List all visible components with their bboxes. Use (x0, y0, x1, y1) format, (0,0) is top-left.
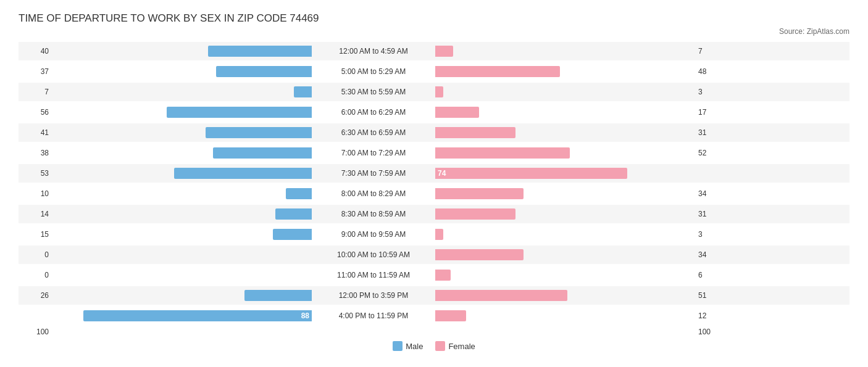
male-bar (206, 127, 312, 138)
male-bar-container (52, 46, 312, 57)
female-bar-wrap (435, 66, 695, 77)
male-bar-wrap (52, 46, 312, 57)
male-bar-wrap: 88 (52, 310, 312, 321)
male-bar (286, 188, 312, 199)
chart-title: TIME OF DEPARTURE TO WORK BY SEX IN ZIP … (19, 12, 849, 25)
male-bar-wrap (52, 188, 312, 199)
male-bar-container (52, 147, 312, 159)
male-value: 56 (19, 108, 52, 117)
male-bar-container (52, 86, 312, 97)
male-bar-wrap (52, 147, 312, 159)
chart-row: 148:30 AM to 8:59 AM31 (19, 205, 849, 223)
male-bar-container (52, 290, 312, 301)
male-bar (216, 66, 312, 77)
male-bar-container (52, 127, 312, 138)
time-label: 12:00 PM to 3:59 PM (312, 291, 435, 300)
male-value: 26 (19, 291, 52, 300)
male-bar-inside-label: 88 (301, 311, 309, 320)
female-bar-wrap (435, 229, 695, 240)
female-value: 12 (695, 311, 728, 320)
axis-left-label: 100 (19, 328, 52, 336)
time-label: 6:30 AM to 6:59 AM (312, 128, 435, 137)
time-label: 7:00 AM to 7:29 AM (312, 149, 435, 157)
time-label: 7:30 AM to 7:59 AM (312, 169, 435, 178)
female-bar (435, 208, 515, 220)
female-value: 52 (695, 149, 728, 157)
female-bar (435, 107, 479, 118)
female-bar (435, 188, 524, 199)
time-label: 5:00 AM to 5:29 AM (312, 67, 435, 76)
male-bar-wrap (52, 208, 312, 220)
legend-male-label: Male (406, 342, 423, 351)
male-value: 41 (19, 128, 52, 137)
legend: Male Female (19, 341, 849, 351)
legend-male-box (393, 341, 403, 351)
female-bar-wrap (435, 310, 695, 321)
female-bar (435, 290, 567, 301)
female-bar-wrap (435, 127, 695, 138)
male-bar-wrap (52, 270, 312, 281)
legend-female-label: Female (448, 342, 475, 351)
chart-row: 566:00 AM to 6:29 AM17 (19, 103, 849, 122)
male-value: 38 (19, 149, 52, 157)
time-label: 8:30 AM to 8:59 AM (312, 210, 435, 218)
female-bar (435, 270, 451, 281)
male-bar-wrap (52, 127, 312, 138)
time-label: 6:00 AM to 6:29 AM (312, 108, 435, 117)
chart-row: 2612:00 PM to 3:59 PM51 (19, 286, 849, 305)
axis-row: 100 100 (19, 328, 849, 336)
time-label: 12:00 AM to 4:59 AM (312, 47, 435, 56)
male-value: 7 (19, 88, 52, 96)
male-bar-container (52, 66, 312, 77)
male-value: 40 (19, 47, 52, 56)
female-value: 34 (695, 250, 728, 259)
female-bar (435, 147, 570, 159)
male-bar: 88 (83, 310, 312, 321)
male-bar-container (52, 107, 312, 118)
female-bar-wrap (435, 290, 695, 301)
male-bar-container (52, 229, 312, 240)
male-bar-container (52, 208, 312, 220)
male-bar-wrap (52, 66, 312, 77)
male-bar-wrap (52, 290, 312, 301)
male-bar-container: 88 (52, 310, 312, 321)
female-value: 17 (695, 108, 728, 117)
female-bar (435, 46, 453, 57)
male-bar (174, 168, 312, 179)
time-label: 5:30 AM to 5:59 AM (312, 88, 435, 96)
female-bar (435, 249, 524, 260)
male-bar (167, 107, 312, 118)
male-bar-wrap (52, 107, 312, 118)
male-bar-wrap (52, 168, 312, 179)
legend-female-box (435, 341, 445, 351)
chart-row: 4012:00 AM to 4:59 AM7 (19, 42, 849, 60)
female-bar-wrap (435, 86, 695, 97)
chart-row: 159:00 AM to 9:59 AM3 (19, 225, 849, 244)
chart-row: 75:30 AM to 5:59 AM3 (19, 83, 849, 101)
time-label: 8:00 AM to 8:29 AM (312, 189, 435, 198)
legend-male: Male (393, 341, 423, 351)
male-bar-container (52, 249, 312, 260)
axis-right-label: 100 (695, 328, 728, 336)
male-bar (294, 86, 312, 97)
female-bar-wrap (435, 249, 695, 260)
male-value: 10 (19, 189, 52, 198)
female-bar-wrap (435, 208, 695, 220)
female-bar (435, 127, 515, 138)
female-bar: 74 (435, 168, 627, 179)
chart-row: 884:00 PM to 11:59 PM12 (19, 307, 849, 325)
male-bar-wrap (52, 249, 312, 260)
chart-row: 387:00 AM to 7:29 AM52 (19, 144, 849, 162)
male-value: 14 (19, 210, 52, 218)
chart-row: 108:00 AM to 8:29 AM34 (19, 184, 849, 203)
female-bar-wrap (435, 107, 695, 118)
male-value: 0 (19, 250, 52, 259)
chart-area: 4012:00 AM to 4:59 AM7375:00 AM to 5:29 … (19, 42, 849, 325)
male-bar (213, 147, 312, 159)
chart-row: 011:00 AM to 11:59 AM6 (19, 266, 849, 284)
legend-female: Female (435, 341, 475, 351)
time-label: 10:00 AM to 10:59 AM (312, 250, 435, 259)
male-bar-wrap (52, 229, 312, 240)
male-value: 15 (19, 230, 52, 239)
female-bar (435, 86, 443, 97)
